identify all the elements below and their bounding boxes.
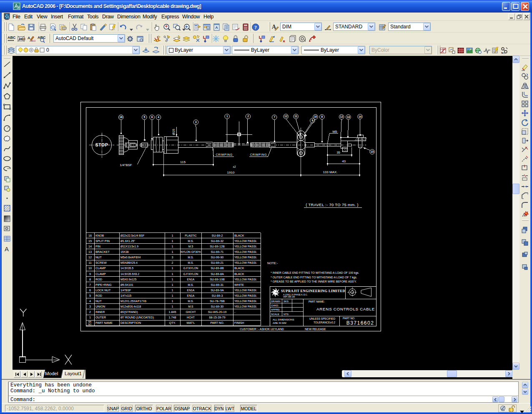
svg-text:PART NO.: PART NO. [343,317,355,320]
svg-text:PART NAME: PART NAME [95,321,113,325]
svg-text:SU-69-21: SU-69-21 [211,261,224,265]
svg-text:INNER: INNER [95,310,105,314]
svg-text:SU-WS-20-19: SU-WS-20-19 [208,310,227,314]
svg-text:SUPRAJIT ENGINEERING LIMITED: SUPRAJIT ENGINEERING LIMITED [281,289,345,293]
svg-text:ROD: ROD [95,294,102,298]
svg-text:-: - [234,310,236,314]
svg-text:A: A [215,25,218,30]
svg-text:ABC: ABC [38,35,45,40]
svg-text:12: 12 [88,255,92,259]
svg-text:2: 2 [247,115,249,118]
svg-text:1: 1 [89,316,91,319]
svg-text:PIN: PIN [95,245,100,248]
svg-text:ROD: ROD [95,278,102,281]
svg-text:HCHT: HCHT [187,316,195,319]
svg-text:YELLOW PASSI.: YELLOW PASSI. [234,294,257,298]
svg-text:M12X1.25XA/F17X6: M12X1.25XA/F17X6 [120,300,146,303]
svg-text:SU-69-12B: SU-69-12B [210,245,225,248]
svg-text:8: 8 [89,278,91,281]
svg-text:12: 12 [284,115,288,118]
svg-text:0: 0 [46,47,49,53]
svg-text:YELLOW PASSI.: YELLOW PASSI. [234,239,257,243]
svg-text:UNION: UNION [95,305,105,308]
svg-text:3: 3 [172,255,173,259]
svg-text:±2: ±2 [233,165,236,168]
svg-text:SU-69-32: SU-69-32 [211,239,224,243]
svg-text:SU-78-76B: SU-78-76B [210,299,225,303]
svg-text:5: 5 [143,116,145,119]
svg-text:2: 2 [172,261,173,265]
svg-text:1: 1 [172,294,173,298]
svg-text:CRIMPING: CRIMPING [216,153,233,156]
svg-text:M5: M5 [332,130,337,134]
svg-text:ABC: ABC [8,35,15,40]
svg-text:M.S.: M.S. [188,283,194,286]
svg-text:16: 16 [88,234,92,237]
svg-text:1910: 1910 [227,171,235,174]
svg-text:10: 10 [88,266,92,270]
svg-text:BRACKET: BRACKET [95,250,110,254]
svg-text:WHITE: WHITE [234,283,244,287]
svg-text:15: 15 [371,150,374,153]
svg-text:NEW RELEASE: NEW RELEASE [305,328,326,331]
svg-text:8: 8 [321,115,323,118]
svg-text:4: 4 [89,299,91,303]
svg-text:1/4"BSF: 1/4"BSF [120,289,131,292]
svg-text:B3716602: B3716602 [346,320,374,326]
svg-text:NUT: NUT [95,255,102,259]
svg-text:PART NAME:: PART NAME: [309,300,325,303]
svg-text:1: 1 [172,299,173,303]
svg-text:YELLOW PASSI.: YELLOW PASSI. [234,255,257,259]
svg-text:ALL DIMENSIONS: ALL DIMENSIONS [273,318,294,321]
svg-text:35: 35 [336,151,340,154]
svg-text:M.5: M.5 [188,245,193,248]
svg-text:13: 13 [347,116,350,119]
svg-text:QTY.: QTY. [169,321,176,325]
svg-text:16: 16 [120,116,123,119]
svg-text:A-1/5411 JV PHASE A.I.D.C.: A-1/5411 JV PHASE A.I.D.C. [283,294,308,296]
svg-text:4: 4 [158,116,159,119]
svg-text:1: 1 [172,283,173,287]
svg-text:DESCRIPTION: DESCRIPTION [120,321,141,325]
svg-text:1: 1 [172,239,173,243]
svg-text:2: 2 [89,310,91,314]
svg-text:* OUTER CABLE END FITTING TO W: * OUTER CABLE END FITTING TO WITHSTAND A… [271,276,357,279]
svg-text:FINISH: FINISH [234,321,244,325]
svg-text:3: 3 [195,121,197,124]
svg-text:* GREASE TO BE APPLIED TO THE: * GREASE TO BE APPLIED TO THE INNER WIRE… [271,280,356,283]
svg-text:CLAMP: CLAMP [95,266,106,270]
svg-text:YELLOW PASSI.: YELLOW PASSI. [234,245,257,248]
svg-text:M5X0.9x125: M5X0.9x125 [120,278,136,281]
svg-text:15X38: 15X38 [120,250,129,253]
svg-text:M.S.: M.S. [188,256,194,259]
svg-text:PLASTIC: PLASTIC [185,234,196,237]
svg-text:PIPE+RING: PIPE+RING [95,283,112,287]
svg-text:SU-69-9A: SU-69-9A [211,288,224,292]
svg-text:M.S: M.S [188,305,193,308]
svg-text:M12xØ26.4x118: M12xØ26.4x118 [120,305,141,308]
svg-text:10: 10 [314,115,317,118]
svg-text:1/4"BSF: 1/4"BSF [120,163,132,167]
svg-text:YELLOW PASSI.: YELLOW PASSI. [234,278,257,281]
svg-text:MAT'L: MAT'L [186,321,195,325]
svg-text:A: A [5,245,9,252]
svg-text:EN1A: EN1A [187,289,195,292]
svg-text:YELLOW PASSI.: YELLOW PASSI. [234,250,257,254]
svg-text:133 MAX.: 133 MAX. [323,170,337,174]
svg-text:6: 6 [89,288,91,292]
svg-text:115: 115 [180,160,186,164]
svg-text:13: 13 [88,250,92,254]
svg-text:EN1A: EN1A [187,278,195,281]
svg-text:PART NO.: PART NO. [210,321,224,325]
svg-text:YELLOW PASSI.: YELLOW PASSI. [234,305,257,308]
svg-text:KNOB: KNOB [95,234,104,237]
svg-text:Ø11X13.5x1.9: Ø11X13.5x1.9 [120,245,138,248]
svg-text:M5x0.8xA/F8X4: M5x0.8xA/F8X4 [120,256,141,259]
svg-text:VAPI-396 195: VAPI-396 195 [283,296,295,298]
svg-text:MO: MO [501,52,505,54]
svg-text:BLACK: BLACK [234,272,244,276]
svg-text:15: 15 [88,239,92,243]
svg-text:1: 1 [172,266,173,270]
svg-text:BLACK: BLACK [234,234,244,237]
svg-text:OUTER: OUTER [95,316,106,319]
